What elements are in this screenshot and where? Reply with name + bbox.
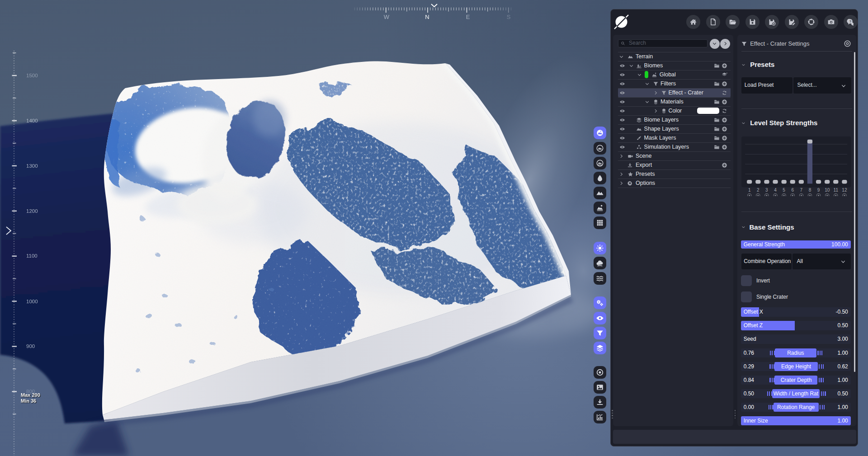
svg-text:W: W <box>384 14 390 20</box>
svg-text:8: 8 <box>808 187 811 192</box>
svg-text:12: 12 <box>842 187 847 192</box>
svg-text:1000: 1000 <box>26 299 38 304</box>
svg-text:Max 200: Max 200 <box>21 392 40 398</box>
svg-text:1300: 1300 <box>26 163 38 169</box>
svg-text:5: 5 <box>783 187 785 192</box>
svg-text:1400: 1400 <box>26 118 38 123</box>
svg-text:11: 11 <box>833 187 838 192</box>
svg-text:6: 6 <box>791 187 794 192</box>
svg-text:3: 3 <box>765 187 768 192</box>
svg-text:S: S <box>507 14 511 20</box>
svg-text:1100: 1100 <box>26 253 38 259</box>
svg-text:7: 7 <box>800 187 802 192</box>
svg-text:1200: 1200 <box>26 208 38 214</box>
svg-text:E: E <box>466 14 470 20</box>
svg-text:900: 900 <box>26 343 35 349</box>
svg-text:1500: 1500 <box>26 73 38 78</box>
svg-text:Min 36: Min 36 <box>21 398 36 404</box>
svg-text:9: 9 <box>817 187 820 192</box>
svg-text:4: 4 <box>774 187 777 192</box>
svg-text:2: 2 <box>757 187 760 192</box>
svg-text:1: 1 <box>748 187 751 192</box>
svg-text:N: N <box>425 14 429 20</box>
svg-text:10: 10 <box>825 187 830 192</box>
